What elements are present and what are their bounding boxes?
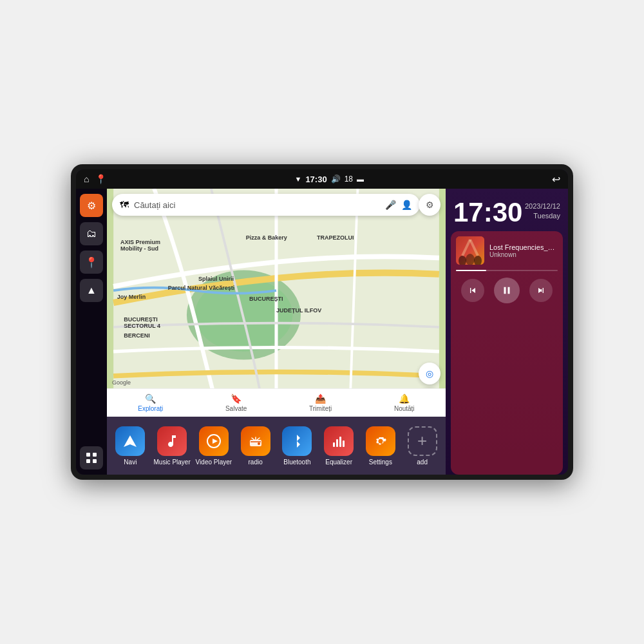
- app-navi[interactable]: Navi: [111, 426, 149, 466]
- svg-rect-14: [333, 442, 335, 447]
- sidebar-files-button[interactable]: 🗂: [80, 222, 103, 245]
- map-nav-noutati[interactable]: 🔔 Noutăți: [394, 393, 415, 412]
- equalizer-icon: [324, 426, 354, 456]
- equalizer-label: Equalizer: [325, 459, 352, 466]
- status-bar: ⌂ 📍 ▼ 17:30 🔊 18 ▬ ↩: [76, 169, 568, 189]
- app-settings[interactable]: Settings: [361, 426, 400, 466]
- clock-date: 2023/12/12 Tuesday: [525, 199, 560, 222]
- news-label: Noutăți: [394, 405, 415, 412]
- app-music-player[interactable]: Music Player: [153, 426, 191, 466]
- share-icon: 📤: [315, 393, 326, 404]
- clock-day-value: Tuesday: [525, 211, 560, 221]
- svg-rect-1: [93, 453, 97, 457]
- google-maps-logo-icon: 🗺: [120, 200, 129, 210]
- device-frame: ⌂ 📍 ▼ 17:30 🔊 18 ▬ ↩ ⚙ 🗂: [71, 164, 573, 480]
- track-title: Lost Frequencies_Janie...: [489, 243, 558, 251]
- map-location-button[interactable]: ◎: [419, 363, 440, 384]
- sidebar: ⚙ 🗂 📍 ▲: [76, 189, 107, 475]
- settings-app-icon: [366, 426, 395, 456]
- sidebar-nav-button[interactable]: ▲: [80, 279, 103, 302]
- app-video-player[interactable]: Video Player: [194, 426, 233, 466]
- play-pause-button[interactable]: [494, 278, 520, 303]
- svg-rect-15: [336, 439, 338, 447]
- progress-bar[interactable]: [456, 270, 558, 271]
- center-area: AXIS PremiumMobility - Sud Pizza & Baker…: [107, 189, 446, 475]
- music-info: Lost Frequencies_Janie... Unknown: [456, 236, 558, 265]
- status-left: ⌂ 📍: [84, 174, 106, 184]
- search-text: Căutați aici: [134, 200, 380, 210]
- volume-icon: 🔊: [331, 175, 341, 184]
- right-panel: 17:30 2023/12/12 Tuesday: [446, 189, 568, 475]
- clock-section: 17:30 2023/12/12 Tuesday: [446, 189, 568, 231]
- explore-icon: 🔍: [145, 393, 156, 404]
- share-label: Trimiteți: [309, 405, 332, 412]
- status-right: ↩: [552, 173, 560, 185]
- app-add[interactable]: + add: [403, 426, 442, 466]
- back-icon[interactable]: ↩: [552, 173, 560, 185]
- device-screen: ⌂ 📍 ▼ 17:30 🔊 18 ▬ ↩ ⚙ 🗂: [76, 169, 568, 475]
- prev-button[interactable]: [461, 279, 484, 302]
- map-search-bar[interactable]: 🗺 Căutați aici 🎤 👤: [112, 194, 420, 216]
- svg-rect-17: [343, 440, 345, 447]
- music-controls: [456, 278, 558, 303]
- settings-gear-icon: ⚙: [426, 200, 434, 210]
- map-settings-button[interactable]: ⚙: [419, 194, 440, 216]
- map-nav-salvate[interactable]: 🔖 Salvate: [225, 393, 247, 412]
- map-status-icon[interactable]: 📍: [95, 174, 106, 184]
- sidebar-maps-button[interactable]: 📍: [80, 251, 103, 274]
- map-bottom-bar: 🔍 Explorați 🔖 Salvate 📤 Trimiteți: [107, 388, 446, 417]
- settings-label: Settings: [369, 459, 392, 466]
- add-label: add: [417, 459, 428, 466]
- files-icon: 🗂: [86, 228, 97, 240]
- navi-icon: [115, 426, 145, 456]
- svg-marker-7: [124, 435, 137, 447]
- radio-label: radio: [249, 459, 263, 466]
- album-art-inner: [456, 236, 484, 265]
- saved-label: Salvate: [225, 405, 247, 412]
- radio-icon: [241, 426, 270, 456]
- clock-time: 17:30: [453, 199, 522, 226]
- app-radio[interactable]: radio: [236, 426, 275, 466]
- saved-icon: 🔖: [231, 393, 242, 404]
- status-time: 17:30: [305, 175, 327, 184]
- app-bluetooth[interactable]: Bluetooth: [278, 426, 316, 466]
- wifi-icon: ▼: [294, 175, 301, 183]
- svg-rect-0: [86, 453, 90, 457]
- navi-label: Navi: [124, 459, 137, 466]
- location-icon: ◎: [426, 368, 433, 379]
- sidebar-grid-button[interactable]: [80, 446, 103, 469]
- map-background: AXIS PremiumMobility - Sud Pizza & Baker…: [107, 189, 446, 417]
- battery-level: 18: [345, 175, 353, 184]
- add-icon: +: [408, 426, 437, 456]
- news-icon: 🔔: [399, 393, 410, 404]
- map-container[interactable]: AXIS PremiumMobility - Sud Pizza & Baker…: [107, 189, 446, 417]
- grid-icon: [86, 452, 97, 464]
- bluetooth-icon: [282, 426, 312, 456]
- settings-icon: ⚙: [87, 200, 96, 212]
- next-button[interactable]: [529, 279, 553, 302]
- app-grid: Navi Music Player Video Player: [107, 417, 446, 475]
- sidebar-settings-button[interactable]: ⚙: [80, 194, 103, 217]
- video-player-label: Video Player: [196, 459, 232, 466]
- svg-rect-2: [86, 459, 90, 463]
- music-player-label: Music Player: [154, 459, 191, 466]
- svg-marker-9: [213, 439, 218, 444]
- video-player-icon: [199, 426, 229, 456]
- account-icon[interactable]: 👤: [401, 200, 412, 210]
- clock-date-value: 2023/12/12: [525, 202, 560, 211]
- map-nav-exploreti[interactable]: 🔍 Explorați: [138, 393, 163, 412]
- map-nav-trimiteti[interactable]: 📤 Trimiteți: [309, 393, 332, 412]
- status-center: ▼ 17:30 🔊 18 ▬: [294, 175, 364, 184]
- google-logo: Google: [112, 379, 131, 386]
- music-player-section: Lost Frequencies_Janie... Unknown: [451, 231, 563, 475]
- mic-icon[interactable]: 🎤: [385, 200, 396, 210]
- music-player-icon: [157, 426, 187, 456]
- nav-arrow-icon: ▲: [86, 285, 97, 296]
- map-svg: [107, 189, 446, 417]
- svg-point-12: [258, 442, 260, 445]
- main-content: ⚙ 🗂 📍 ▲: [76, 189, 568, 475]
- app-equalizer[interactable]: Equalizer: [319, 426, 358, 466]
- bluetooth-label: Bluetooth: [283, 459, 310, 466]
- home-icon[interactable]: ⌂: [84, 174, 89, 184]
- svg-rect-16: [339, 437, 341, 447]
